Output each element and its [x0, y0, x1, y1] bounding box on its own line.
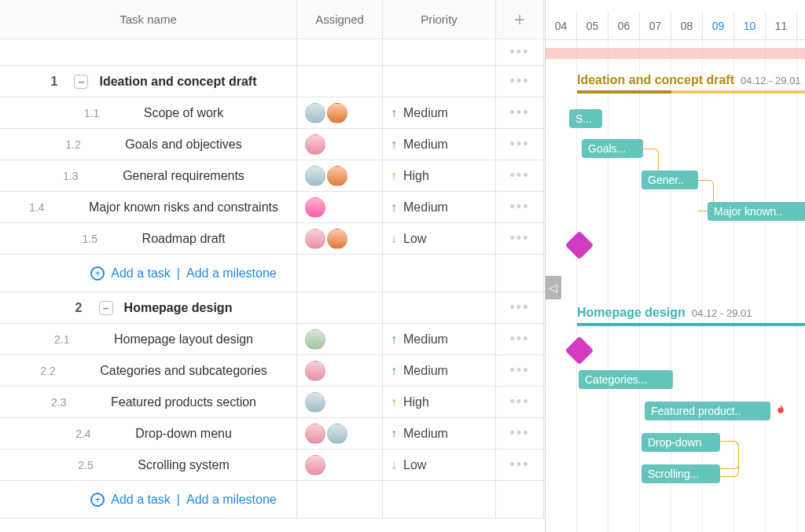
avatar[interactable] [327, 103, 347, 123]
add-column-button[interactable]: + [496, 0, 544, 39]
row-actions-button[interactable]: ••• [496, 192, 544, 222]
timeline-day[interactable]: 08 [671, 12, 703, 39]
table-row[interactable]: 1.4Major known risks and constraints ↑Me… [0, 192, 545, 223]
table-row[interactable]: 1.3General requirements ↑High ••• [0, 160, 545, 192]
priority-cell[interactable]: ↑High [391, 169, 429, 183]
timeline-day[interactable]: 09 [703, 12, 734, 39]
table-row[interactable]: 1.5Roadmap draft ↓Low ••• [0, 223, 545, 255]
avatar[interactable] [327, 166, 347, 186]
row-actions-button[interactable]: ••• [496, 324, 544, 354]
assignees[interactable] [305, 103, 347, 123]
timeline-day[interactable]: 07 [640, 12, 671, 39]
section-title: Ideation and concept draft [99, 75, 256, 89]
avatar[interactable] [305, 424, 325, 444]
task-index: 1.2 [65, 138, 103, 151]
add-milestone-link[interactable]: Add a milestone [186, 493, 277, 507]
add-milestone-link[interactable]: Add a milestone [186, 266, 277, 281]
row-actions-button[interactable]: ••• [496, 97, 544, 128]
gantt-bar[interactable]: Goals... [582, 139, 643, 158]
assignees[interactable] [305, 424, 347, 444]
priority-cell[interactable]: ↑Medium [391, 138, 448, 152]
priority-cell[interactable]: ↓Low [391, 232, 426, 246]
add-task-link[interactable]: Add a task [111, 493, 171, 507]
priority-cell[interactable]: ↑Medium [391, 200, 448, 215]
avatar[interactable] [305, 455, 325, 475]
collapse-section-button[interactable]: – [99, 301, 113, 315]
avatar[interactable] [305, 392, 325, 413]
timeline-day[interactable]: 04 [546, 12, 577, 39]
avatar[interactable] [305, 134, 325, 155]
add-task-link[interactable]: Add a task [111, 266, 171, 281]
row-actions-button[interactable]: ••• [496, 129, 544, 160]
row-actions-button[interactable]: ••• [496, 39, 544, 65]
priority-cell[interactable]: ↑Medium [391, 106, 448, 120]
gantt-bar[interactable]: Drop-down [641, 433, 720, 452]
arrow-up-icon: ↑ [391, 332, 397, 347]
gantt-bar[interactable]: Categories... [579, 370, 673, 389]
row-actions-button[interactable]: ••• [496, 355, 544, 386]
table-row[interactable]: 1.2Goals and objectives ↑Medium ••• [0, 129, 545, 160]
section-header[interactable]: 1 – Ideation and concept draft ••• [0, 66, 545, 97]
assignees[interactable] [305, 197, 325, 218]
table-row[interactable]: 2.1Homepage layout design ↑Medium ••• [0, 324, 545, 355]
gantt-bar[interactable]: Featured product.. [645, 402, 770, 420]
avatar[interactable] [305, 361, 325, 381]
plus-circle-icon[interactable]: + [90, 266, 105, 281]
row-actions-button[interactable]: ••• [496, 292, 544, 323]
avatar[interactable] [305, 166, 325, 186]
assignees[interactable] [305, 134, 325, 155]
timeline-day[interactable]: 11 [766, 12, 797, 39]
avatar[interactable] [327, 424, 347, 444]
arrow-up-icon: ↑ [391, 395, 397, 409]
assignees[interactable] [305, 455, 325, 475]
priority-cell[interactable]: ↑Medium [391, 427, 448, 441]
avatar[interactable] [327, 229, 347, 249]
arrow-down-icon: ↓ [391, 232, 397, 246]
priority-cell[interactable]: ↑Medium [391, 332, 448, 347]
task-name: General requirements [123, 169, 244, 183]
assignees[interactable] [305, 329, 325, 350]
table-row[interactable]: 2.4Drop-down menu ↑Medium ••• [0, 418, 545, 449]
priority-cell[interactable]: ↑Medium [391, 364, 448, 378]
timeline-day[interactable]: 06 [608, 12, 640, 39]
assignees[interactable] [305, 361, 325, 381]
row-actions-button[interactable]: ••• [496, 387, 544, 417]
gantt-bar[interactable]: Gener.. [641, 171, 698, 189]
priority-cell[interactable]: ↓Low [391, 458, 426, 472]
collapse-timeline-button[interactable]: ◁ [546, 276, 561, 299]
timeline-day[interactable]: 05 [577, 12, 608, 39]
row-actions-button[interactable]: ••• [496, 66, 544, 97]
avatar[interactable] [305, 329, 325, 350]
row-actions-button[interactable]: ••• [496, 449, 544, 480]
gantt-section-title[interactable]: Ideation and concept draft 04.12.- 29.01 [577, 73, 801, 87]
table-row[interactable]: 2.3Featured products section ↑High ••• [0, 387, 545, 418]
gantt-section-title[interactable]: Homepage design 04.12 - 29.01 [577, 306, 752, 320]
table-row[interactable]: 2.2Categories and subcategories ↑Medium … [0, 355, 545, 387]
gantt-bar[interactable]: Major known.. [708, 202, 805, 221]
plus-circle-icon[interactable]: + [90, 493, 105, 507]
dots-icon: ••• [510, 105, 530, 121]
row-actions-button[interactable]: ••• [496, 223, 544, 254]
timeline-day[interactable]: 10 [734, 12, 766, 39]
section-header[interactable]: 2 – Homepage design ••• [0, 292, 545, 324]
assignees[interactable] [305, 166, 347, 186]
row-actions-button[interactable]: ••• [496, 160, 544, 191]
gantt-bar[interactable]: Scrolling... [641, 464, 720, 483]
gantt-milestone[interactable] [565, 231, 594, 260]
collapse-section-button[interactable]: – [74, 75, 88, 89]
avatar[interactable] [305, 229, 325, 249]
table-row[interactable]: 2.5Scrolling system ↓Low ••• [0, 449, 545, 481]
priority-cell[interactable]: ↑High [391, 395, 429, 409]
assignees[interactable] [305, 229, 347, 249]
row-actions-button[interactable]: ••• [496, 418, 544, 449]
gantt-bar[interactable]: S... [569, 109, 602, 128]
avatar[interactable] [305, 103, 325, 123]
task-index: 2.4 [75, 427, 113, 440]
tasks-panel: Task name Assigned Priority + ••• 1 – Id… [0, 0, 546, 532]
gantt-milestone[interactable] [565, 336, 594, 365]
assignees[interactable] [305, 392, 325, 413]
gantt-body[interactable]: Ideation and concept draft 04.12.- 29.01… [546, 40, 805, 532]
dots-icon: ••• [510, 331, 530, 347]
avatar[interactable] [305, 197, 325, 218]
table-row[interactable]: 1.1Scope of work ↑Medium ••• [0, 97, 545, 129]
